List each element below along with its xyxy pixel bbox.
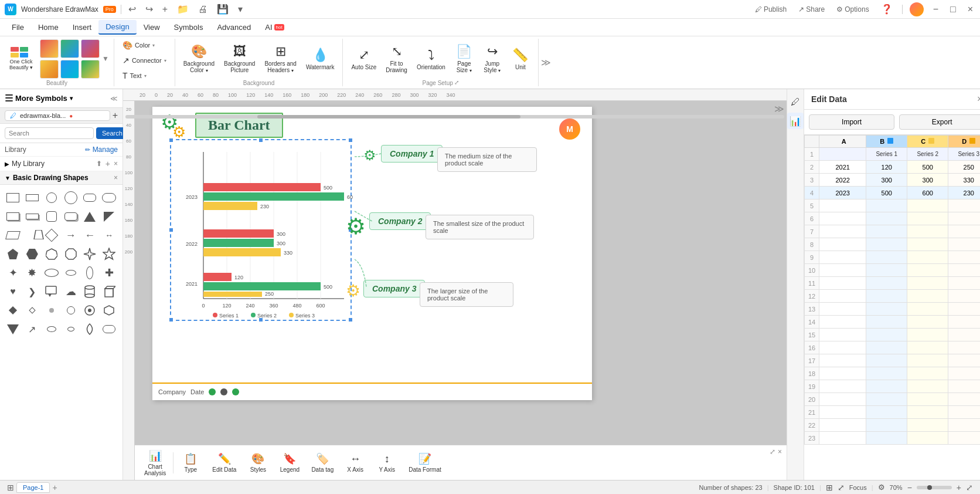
add-tab-button[interactable]: + bbox=[113, 110, 118, 121]
fullscreen-button[interactable]: ⤢ bbox=[966, 483, 973, 492]
shape-triangle[interactable] bbox=[81, 208, 98, 225]
panel-close-button[interactable]: × bbox=[977, 94, 980, 104]
table-row[interactable]: 21 bbox=[805, 406, 981, 419]
preset-3[interactable] bbox=[81, 39, 100, 58]
row-13-d[interactable] bbox=[948, 303, 980, 316]
save-button[interactable]: 💾 bbox=[215, 4, 231, 15]
table-row[interactable]: 17 bbox=[805, 354, 981, 367]
add-page-button[interactable]: + bbox=[52, 483, 57, 492]
shape-circle[interactable] bbox=[43, 190, 60, 206]
shape-star4[interactable] bbox=[81, 246, 98, 262]
user-avatar[interactable] bbox=[910, 2, 924, 16]
shape-diamond[interactable] bbox=[43, 227, 60, 243]
row-17-a[interactable] bbox=[819, 354, 866, 367]
layers-icon[interactable]: ⊞ bbox=[826, 483, 833, 492]
row-6-a[interactable] bbox=[819, 212, 866, 225]
row-22-b[interactable] bbox=[866, 419, 907, 432]
shape-oval-sm[interactable] bbox=[63, 265, 79, 281]
undo-button[interactable]: ↩ bbox=[126, 4, 138, 15]
table-row[interactable]: 4 2023 500 600 230 bbox=[805, 187, 981, 199]
row-17-b[interactable] bbox=[866, 354, 907, 367]
table-row[interactable]: 20 bbox=[805, 393, 981, 406]
canvas-main[interactable]: ⚙ ⚙ Bar Chart bbox=[135, 101, 787, 445]
y-axis-button[interactable]: ↕ Y Axis bbox=[372, 451, 401, 475]
row-8-c[interactable] bbox=[907, 238, 948, 251]
shape-callout[interactable] bbox=[43, 283, 60, 300]
menu-file[interactable]: File bbox=[5, 21, 31, 34]
preset-1[interactable] bbox=[40, 39, 59, 58]
edit-data-button[interactable]: ✏️ Edit Data bbox=[207, 450, 241, 475]
row-4-b[interactable]: 500 bbox=[866, 187, 907, 199]
import-button[interactable]: Import bbox=[809, 114, 894, 130]
shape-right-triangle[interactable] bbox=[101, 208, 117, 225]
row-12-d[interactable] bbox=[948, 290, 980, 303]
row-2-b[interactable]: 120 bbox=[866, 161, 907, 174]
handle-bm[interactable] bbox=[258, 317, 263, 322]
row-16-b[interactable] bbox=[866, 341, 907, 354]
borders-headers-button[interactable]: ⊞ Borders andHeaders ▾ bbox=[261, 42, 300, 76]
shape-octagon[interactable] bbox=[63, 246, 79, 262]
row-23-c[interactable] bbox=[907, 432, 948, 445]
table-row[interactable]: 16 bbox=[805, 341, 981, 354]
zoom-settings-icon[interactable]: ⚙ bbox=[878, 483, 885, 492]
fit-screen-icon[interactable]: ⤢ bbox=[838, 483, 845, 492]
shape-rectangle[interactable] bbox=[5, 190, 21, 206]
row-5-c[interactable] bbox=[907, 199, 948, 212]
ribbon-collapse-button[interactable]: ≫ bbox=[541, 57, 551, 68]
print-button[interactable]: 🖨 bbox=[196, 4, 210, 15]
close-button[interactable]: × bbox=[965, 4, 975, 15]
shape-oval-h[interactable] bbox=[43, 265, 60, 281]
connector-button[interactable]: ↗ Connector ▾ bbox=[119, 54, 170, 67]
scrollbar-thumb[interactable] bbox=[257, 115, 521, 119]
row-1-c[interactable]: Series 2 bbox=[907, 148, 948, 161]
row-23-a[interactable] bbox=[819, 432, 866, 445]
row-1-a[interactable] bbox=[819, 148, 866, 161]
handle-bl[interactable] bbox=[169, 317, 173, 322]
table-row[interactable]: 14 bbox=[805, 316, 981, 329]
row-2-c[interactable]: 500 bbox=[907, 161, 948, 174]
shape-heart[interactable]: ♥ bbox=[5, 283, 21, 300]
shape-oval-v[interactable] bbox=[81, 265, 98, 281]
library-label[interactable]: Library bbox=[5, 146, 26, 154]
panel-icon-style[interactable]: 🖊 bbox=[787, 94, 804, 110]
row-12-b[interactable] bbox=[866, 290, 907, 303]
page-setup-expand-btn[interactable]: ⤢ bbox=[454, 79, 459, 86]
options-button[interactable]: ⚙Options bbox=[834, 5, 871, 13]
row-21-c[interactable] bbox=[907, 406, 948, 419]
more-symbols-toggle[interactable]: ☰ More Symbols ▾ bbox=[5, 93, 73, 104]
shape-trapezoid[interactable] bbox=[24, 227, 40, 243]
shape-large-circle[interactable] bbox=[63, 190, 79, 206]
page-tab-1[interactable]: Page-1 bbox=[16, 482, 50, 493]
row-11-c[interactable] bbox=[907, 277, 948, 290]
row-20-a[interactable] bbox=[819, 393, 866, 406]
table-row[interactable]: 8 bbox=[805, 238, 981, 251]
orientation-button[interactable]: ⤵ Orientation bbox=[413, 45, 449, 73]
bg-picture-button[interactable]: 🖼 BackgroundPicture bbox=[220, 42, 258, 76]
row-9-c[interactable] bbox=[907, 251, 948, 264]
row-18-c[interactable] bbox=[907, 367, 948, 380]
preset-6[interactable] bbox=[81, 60, 100, 79]
fit-to-drawing-button[interactable]: ⤡ Fit toDrawing bbox=[382, 42, 411, 76]
text-button[interactable]: T Text ▾ bbox=[119, 69, 150, 82]
shape-tiny-diamond2[interactable] bbox=[43, 302, 60, 319]
menu-advanced[interactable]: Advanced bbox=[210, 21, 258, 34]
shape-heptagon[interactable] bbox=[43, 246, 60, 262]
chart-analysis-button[interactable]: 📊 ChartAnalysis bbox=[139, 447, 171, 479]
shape-cylinder[interactable] bbox=[81, 283, 98, 300]
shape-tiny-oval[interactable] bbox=[63, 321, 79, 337]
file-tab[interactable]: 🖊 edrawmax-bla... ● bbox=[5, 110, 110, 121]
row-7-a[interactable] bbox=[819, 225, 866, 238]
zoom-slider-thumb[interactable] bbox=[927, 485, 932, 490]
preset-5[interactable] bbox=[60, 60, 79, 79]
redo-button[interactable]: ↪ bbox=[143, 4, 155, 15]
row-19-b[interactable] bbox=[866, 380, 907, 393]
row-10-a[interactable] bbox=[819, 264, 866, 277]
row-5-b[interactable] bbox=[866, 199, 907, 212]
row-16-c[interactable] bbox=[907, 341, 948, 354]
row-12-c[interactable] bbox=[907, 290, 948, 303]
menu-symbols[interactable]: Symbols bbox=[167, 21, 210, 34]
shape-small-rect[interactable] bbox=[24, 190, 40, 206]
menu-insert[interactable]: Insert bbox=[66, 21, 99, 34]
table-row[interactable]: 13 bbox=[805, 303, 981, 316]
row-8-a[interactable] bbox=[819, 238, 866, 251]
